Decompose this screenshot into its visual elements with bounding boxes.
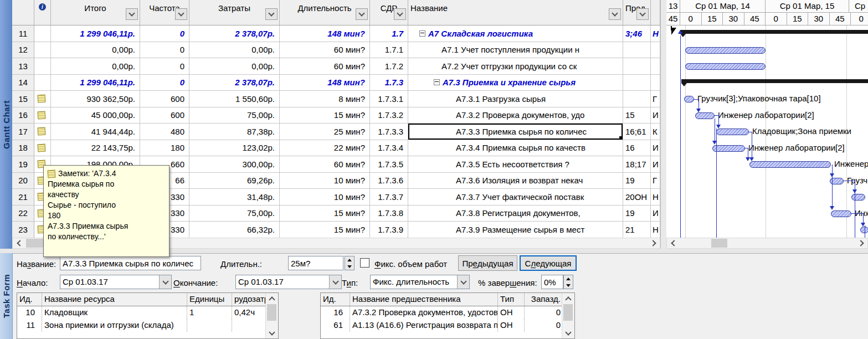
wbs-cell[interactable]: 1.7.3 [370,75,408,91]
resource-units-cell[interactable] [187,319,232,332]
total-cell[interactable]: 45 000,00р. [51,107,140,124]
task-name-cell[interactable]: А7.3.1 Разгрузка сырья [408,91,623,107]
res-table-scroll-up-button[interactable] [266,294,278,304]
wbs-cell[interactable]: 1.7 [370,25,408,42]
indicator-cell[interactable] [34,140,51,157]
resource-initials-cell[interactable]: К [651,124,660,140]
cost-cell[interactable]: 75,00р. [189,107,280,124]
task-name-cell[interactable]: А7.3.8 Регистрация документов, [408,206,623,222]
wbs-cell[interactable]: 1.7.3.2 [370,107,408,124]
freq-cell[interactable]: 0 [140,75,189,91]
task-name-cell[interactable]: А7.3.7 Учет фактической поставк [408,189,623,206]
gantt-hscrollbar[interactable] [666,238,868,249]
column-header-frequency[interactable]: Частота [140,0,189,25]
task-row-17[interactable]: 1741 944,44р.48087,38р.25 мин?1.7.3.3А7.… [12,124,660,140]
wbs-cell[interactable]: 1.7.1 [370,42,408,59]
cost-cell[interactable]: 69,26р. [189,173,280,189]
row-number[interactable]: 14 [12,75,34,91]
total-cell[interactable]: 1 299 046,11р. [51,75,140,91]
cost-cell[interactable]: 123,02р. [189,140,280,157]
resource-id-cell[interactable]: 10 [17,306,42,319]
note-icon[interactable] [38,127,46,136]
predecessors-cell[interactable]: 3;46 [623,25,651,42]
summary-bar-task-14[interactable] [681,79,868,83]
total-cell[interactable]: 930 362,50р. [51,91,140,107]
row-number[interactable]: 13 [12,58,34,75]
cost-cell[interactable]: 87,38р. [189,124,280,140]
row-number[interactable]: 20 [12,173,34,189]
predecessors-cell[interactable] [623,91,651,107]
resource-initials-cell[interactable]: И [651,206,660,222]
collapse-icon[interactable] [434,79,440,85]
column-header-wbs[interactable]: СДР [370,0,408,25]
filter-dropdown-button[interactable] [265,8,278,20]
cost-cell[interactable]: 300,00р. [189,156,280,173]
predecessor-type-cell[interactable]: ОН [498,306,525,319]
cost-cell[interactable]: 0,00р. [189,42,280,59]
resource-initials-cell[interactable]: И [651,140,660,157]
task-row-13[interactable]: 130,00р.00,00р.60 мин?1.7.2А7.2 Учет отг… [12,58,660,75]
predecessors-cell[interactable]: 16 [623,140,651,157]
predecessor-id-cell[interactable]: 61 [321,319,350,332]
cost-cell[interactable]: 2 378,07р. [189,75,280,91]
filter-dropdown-button[interactable] [175,8,187,20]
task-row-12[interactable]: 120,00р.00,00р.60 мин?1.7.1А7.1 Учет пос… [12,42,660,59]
start-dropdown-button[interactable] [159,275,171,289]
column-header-duration[interactable]: Длительность [280,0,370,25]
predecessors-cell[interactable]: 19 [623,206,651,222]
row-number[interactable]: 17 [12,124,34,140]
wbs-cell[interactable]: 1.7.3.9 [370,222,408,238]
view-bar-task-form[interactable]: Task Form [0,253,13,339]
predecessors-cell[interactable]: 16;61 [623,124,651,140]
row-number[interactable]: 21 [12,189,34,206]
predecessors-cell[interactable] [623,58,651,75]
row-number[interactable]: 18 [12,140,34,157]
task-row-18[interactable]: 1822 143,75р.180123,02р.22 мин?1.7.3.4А7… [12,140,660,157]
task-row-14[interactable]: 141 299 046,11р.02 378,07р.148 мин?1.7.3… [12,75,660,91]
indicator-cell[interactable] [34,58,51,75]
row-number[interactable]: 12 [12,42,34,59]
resource-initials-cell[interactable]: Г [651,91,660,107]
type-dropdown-button[interactable] [457,275,469,289]
resource-units-cell[interactable]: 1 [187,306,232,319]
table-scroll-right-button[interactable] [648,239,659,248]
filter-dropdown-button[interactable] [636,8,649,20]
table-scroll-left-button[interactable] [13,239,24,248]
predecessor-lag-cell[interactable]: 0 [525,306,563,319]
finish-dropdown-button[interactable] [329,275,341,289]
task-name-input[interactable] [60,256,201,270]
predecessors-cell[interactable]: 18;17 [623,156,651,173]
wbs-cell[interactable]: 1.7.3.5 [370,156,408,173]
freq-cell[interactable]: 0 [140,42,189,59]
dur-cell[interactable]: 25 мин? [280,124,370,140]
task-bar-13[interactable] [685,63,766,70]
cost-cell[interactable]: 66,32р. [189,222,280,238]
predecessor-name-cell[interactable]: А7.3.2 Проверка документов, удостоверяю [350,306,498,319]
predecessor-lag-cell[interactable]: 0 [525,319,563,332]
percent-complete-input[interactable] [541,275,563,289]
dur-cell[interactable]: 60 мин? [280,156,370,173]
note-icon[interactable] [38,143,46,152]
resource-name-cell[interactable]: Зона приемки и отгрузки (склада) [42,319,187,332]
dur-cell[interactable]: 15 мин? [280,206,370,222]
task-name-cell[interactable]: А7.3.6 Изоляция и возврат некач [408,173,623,189]
wbs-cell[interactable]: 1.7.3.8 [370,206,408,222]
filter-dropdown-button[interactable] [394,8,406,20]
wbs-cell[interactable]: 1.7.3.1 [370,91,408,107]
dur-cell[interactable]: 8 мин? [280,91,370,107]
predecessors-cell[interactable]: 15 [623,107,651,124]
column-header-name[interactable]: Название [408,0,623,25]
note-icon[interactable] [38,111,46,119]
task-row-16[interactable]: 1645 000,00р.60075,00р.15 мин?1.7.3.2А7.… [12,107,660,124]
task-row-15[interactable]: 15930 362,50р.6001 550,60р.8 мин?1.7.3.1… [12,91,660,107]
task-bar-19[interactable] [749,161,831,168]
percent-spinner[interactable] [563,275,573,289]
total-cell[interactable]: 1 299 046,11р. [51,25,140,42]
res-table-scroll-down-button[interactable] [266,328,278,338]
wbs-cell[interactable]: 1.7.3.6 [370,173,408,189]
cost-cell[interactable]: 1 550,60р. [189,91,280,107]
cost-cell[interactable]: 0,00р. [189,58,280,75]
dur-cell[interactable]: 60 мин? [280,42,370,59]
total-cell[interactable]: 0,00р. [51,42,140,59]
resource-initials-cell[interactable]: И [651,107,660,124]
